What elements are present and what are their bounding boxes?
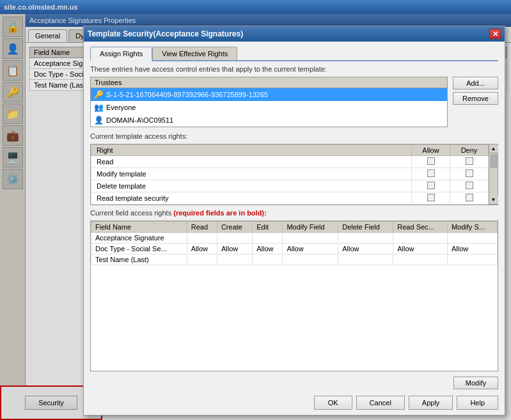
trustee-item-1[interactable]: 👥 Everyone xyxy=(91,101,447,114)
field-readsec-2 xyxy=(393,254,448,265)
field-delete-0 xyxy=(338,233,393,244)
field-access-label-text: Current field access rights xyxy=(90,209,171,217)
rights-table-wrapper: Right Allow Deny Read Modify template xyxy=(90,144,498,205)
rights-table: Right Allow Deny Read Modify template xyxy=(90,144,489,205)
rights-right-2: Delete template xyxy=(91,180,412,192)
field-modify-0 xyxy=(283,233,338,244)
help-button[interactable]: Help xyxy=(457,396,498,410)
checkbox-allow-modify[interactable] xyxy=(427,169,435,177)
trustees-header: Trustees xyxy=(90,77,448,88)
field-edit-1: Allow xyxy=(253,244,283,254)
modify-btn-area: Modify xyxy=(90,377,498,389)
rights-allow-3 xyxy=(412,192,450,205)
field-edit-0 xyxy=(253,233,283,244)
dialog-title: Template Security(Acceptance Signatures) xyxy=(88,29,243,38)
dialog-window: Template Security(Acceptance Signatures)… xyxy=(83,26,505,416)
field-modifys-0 xyxy=(447,233,497,244)
trustee-label-1: Everyone xyxy=(106,104,136,111)
field-col-read: Read xyxy=(187,222,217,233)
field-modifys-1: Allow xyxy=(447,244,497,254)
dialog-bottom-buttons: OK Cancel Apply Help xyxy=(90,393,498,410)
field-col-delete: Delete Field xyxy=(338,222,393,233)
checkbox-deny-modify[interactable] xyxy=(466,169,473,177)
rights-col-deny: Deny xyxy=(450,145,489,156)
field-col-edit: Edit xyxy=(253,222,283,233)
tab-view-effective-rights[interactable]: View Effective Rights xyxy=(152,47,237,60)
rights-col-right: Right xyxy=(91,145,412,156)
rights-deny-3 xyxy=(450,192,489,205)
trustees-section: Trustees 🔑 S-1-5-21-167064409-897392966-… xyxy=(90,77,498,127)
checkbox-deny-read-security[interactable] xyxy=(466,194,473,201)
field-create-0 xyxy=(217,233,252,244)
trustee-icon-2: 👤 xyxy=(93,115,104,125)
trustees-buttons: Add... Remove xyxy=(453,77,498,105)
rights-deny-2 xyxy=(450,180,489,192)
apply-button[interactable]: Apply xyxy=(409,396,453,410)
field-col-modify: Modify Field xyxy=(283,222,338,233)
trustee-item-2[interactable]: 👤 DOMAIN-A\OC09511 xyxy=(91,114,447,127)
rights-allow-0 xyxy=(412,156,450,168)
field-table: Field Name Read Create Edit Modify Field… xyxy=(90,221,498,371)
field-delete-2 xyxy=(338,254,393,265)
rights-scrollbar[interactable]: ▲ ▼ xyxy=(489,144,498,205)
trustee-item-0[interactable]: 🔑 S-1-5-21-167064409-897392966-936725899… xyxy=(91,88,447,101)
dialog-titlebar: Template Security(Acceptance Signatures)… xyxy=(84,26,505,42)
field-row-2: Test Name (Last) xyxy=(91,254,498,265)
rights-right-3: Read template security xyxy=(91,192,412,205)
rights-row-2: Delete template xyxy=(91,180,489,192)
rights-row-0: Read xyxy=(91,156,489,168)
field-name-2: Test Name (Last) xyxy=(91,254,187,265)
field-access-label: Current field access rights (required fi… xyxy=(90,209,498,217)
field-readsec-1: Allow xyxy=(393,244,448,254)
checkbox-deny-delete[interactable] xyxy=(466,182,473,189)
dialog-tab-row: Assign Rights View Effective Rights xyxy=(90,47,498,61)
trustees-list: 🔑 S-1-5-21-167064409-897392966-936725899… xyxy=(90,88,448,127)
ok-button[interactable]: OK xyxy=(314,396,352,410)
field-col-create: Create xyxy=(217,222,252,233)
scroll-down-arrow[interactable]: ▼ xyxy=(489,196,498,205)
field-name-0: Acceptance Signature xyxy=(91,233,187,244)
field-name-1: Doc Type - Social Se... xyxy=(91,244,187,254)
checkbox-allow-delete[interactable] xyxy=(427,182,435,189)
description-text: These entries have access control entrie… xyxy=(90,65,498,73)
field-delete-1: Allow xyxy=(338,244,393,254)
dialog-content: Assign Rights View Effective Rights Thes… xyxy=(84,42,505,415)
cancel-button[interactable]: Cancel xyxy=(356,396,405,410)
scroll-thumb[interactable] xyxy=(491,155,497,167)
current-template-label: Current template access rights: xyxy=(90,132,498,140)
field-read-0 xyxy=(187,233,217,244)
field-read-1: Allow xyxy=(187,244,217,254)
field-create-2 xyxy=(217,254,252,265)
field-access-required: (required fields are in bold): xyxy=(173,209,266,217)
field-modify-2 xyxy=(283,254,338,265)
rights-right-0: Read xyxy=(91,156,412,168)
rights-deny-0 xyxy=(450,156,489,168)
checkbox-deny-read[interactable] xyxy=(466,157,473,165)
checkbox-allow-read-security[interactable] xyxy=(427,194,435,201)
field-row-0: Acceptance Signature xyxy=(91,233,498,244)
field-col-read-sec: Read Sec... xyxy=(393,222,448,233)
field-col-name: Field Name xyxy=(91,222,187,233)
dialog-close-button[interactable]: ✕ xyxy=(489,29,501,39)
scroll-up-arrow[interactable]: ▲ xyxy=(489,144,498,153)
remove-button[interactable]: Remove xyxy=(453,92,498,105)
field-read-2 xyxy=(187,254,217,265)
field-readsec-0 xyxy=(393,233,448,244)
field-modifys-2 xyxy=(447,254,497,265)
trustee-label-0: S-1-5-21-167064409-897392966-936725899-1… xyxy=(106,91,268,98)
rights-row-1: Modify template xyxy=(91,168,489,180)
field-create-1: Allow xyxy=(217,244,252,254)
checkbox-allow-read[interactable] xyxy=(427,157,435,165)
add-button[interactable]: Add... xyxy=(453,77,498,89)
trustee-icon-1: 👥 xyxy=(93,102,104,113)
rights-col-allow: Allow xyxy=(412,145,450,156)
modify-button[interactable]: Modify xyxy=(453,377,498,389)
rights-right-1: Modify template xyxy=(91,168,412,180)
rights-allow-2 xyxy=(412,180,450,192)
field-row-1: Doc Type - Social Se... Allow Allow Allo… xyxy=(91,244,498,254)
field-edit-2 xyxy=(253,254,283,265)
tab-assign-rights[interactable]: Assign Rights xyxy=(90,47,152,61)
field-table-wrapper: Field Name Read Create Edit Modify Field… xyxy=(90,221,498,371)
field-modify-1: Allow xyxy=(283,244,338,254)
rights-deny-1 xyxy=(450,168,489,180)
